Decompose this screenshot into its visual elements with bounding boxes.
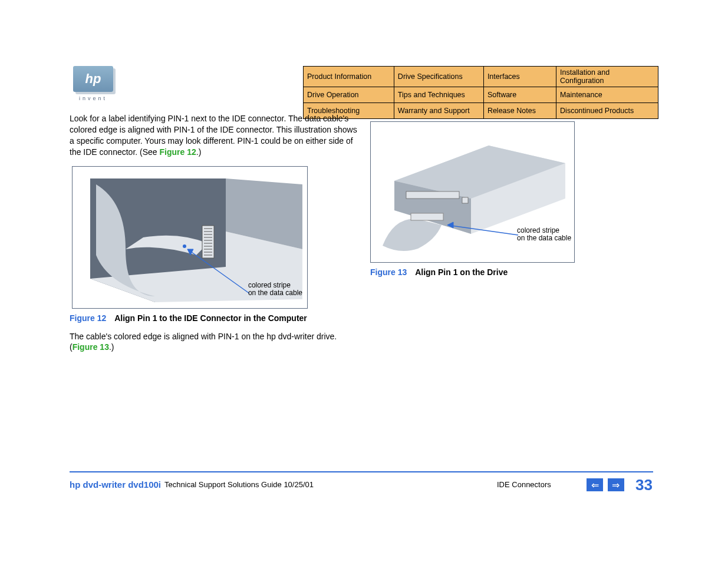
- prev-page-button[interactable]: ⇐: [587, 478, 603, 491]
- hp-tagline: invent: [70, 95, 117, 101]
- nav-tips-techniques[interactable]: Tips and Techniques: [394, 87, 483, 103]
- svg-rect-20: [406, 191, 459, 199]
- page-number: 33: [635, 476, 653, 494]
- nav-product-information[interactable]: Product Information: [304, 67, 394, 87]
- right-column: colored stripe on the data cable Figure …: [370, 113, 653, 277]
- footer-product: hp dvd-writer dvd100i: [70, 480, 161, 490]
- fig12-annot-line2: on the data cable: [248, 289, 302, 297]
- nav-drive-specifications[interactable]: Drive Specifications: [394, 67, 483, 87]
- paragraph-2: The cable's colored edge is aligned with…: [70, 331, 358, 353]
- figure-12-link[interactable]: Figure 12: [160, 147, 196, 157]
- nav-drive-operation[interactable]: Drive Operation: [304, 87, 394, 103]
- figure-13-caption: Figure 13 Align Pin 1 on the Drive: [370, 267, 653, 277]
- figure-12-caption: Figure 12 Align Pin 1 to the IDE Connect…: [70, 313, 358, 323]
- nav-software[interactable]: Software: [483, 87, 556, 103]
- figure-12-num: Figure 12: [70, 313, 106, 323]
- figure-12-title: Align Pin 1 to the IDE Connector in the …: [114, 313, 307, 323]
- nav-maintenance[interactable]: Maintenance: [556, 87, 658, 103]
- svg-rect-3: [202, 226, 214, 258]
- figure-13-image: colored stripe on the data cable: [370, 121, 575, 263]
- hp-logo-block: hp invent: [70, 66, 117, 101]
- nav-interfaces[interactable]: Interfaces: [483, 67, 556, 87]
- fig13-annot-line2: on the data cable: [517, 234, 571, 242]
- nav-installation-configuration[interactable]: Installation and Configuration: [556, 67, 658, 87]
- para1-text-b: .): [196, 147, 202, 157]
- footer-guide: Technical Support Solutions Guide 10/25/…: [164, 480, 314, 489]
- footer-section: IDE Connectors: [497, 480, 551, 489]
- para1-text-a: Look for a label identifying PIN-1 next …: [70, 114, 357, 157]
- svg-rect-21: [462, 197, 468, 203]
- figure-13-link[interactable]: Figure 13: [73, 342, 109, 352]
- paragraph-1: Look for a label identifying PIN-1 next …: [70, 113, 358, 158]
- svg-rect-22: [411, 213, 443, 220]
- footer: hp dvd-writer dvd100i Technical Support …: [70, 480, 659, 490]
- footer-divider: [70, 471, 653, 472]
- hp-logo-icon: hp: [73, 66, 113, 92]
- left-column: Look for a label identifying PIN-1 next …: [70, 113, 358, 353]
- figure-13-title: Align Pin 1 on the Drive: [415, 267, 508, 277]
- svg-point-16: [183, 244, 186, 248]
- figure-13-num: Figure 13: [370, 267, 407, 277]
- next-page-button[interactable]: ⇒: [608, 478, 624, 491]
- para2-text-b: .): [109, 342, 114, 352]
- nav-table: Product Information Drive Specifications…: [303, 66, 658, 119]
- figure-12-image: colored stripe on the data cable: [72, 166, 308, 309]
